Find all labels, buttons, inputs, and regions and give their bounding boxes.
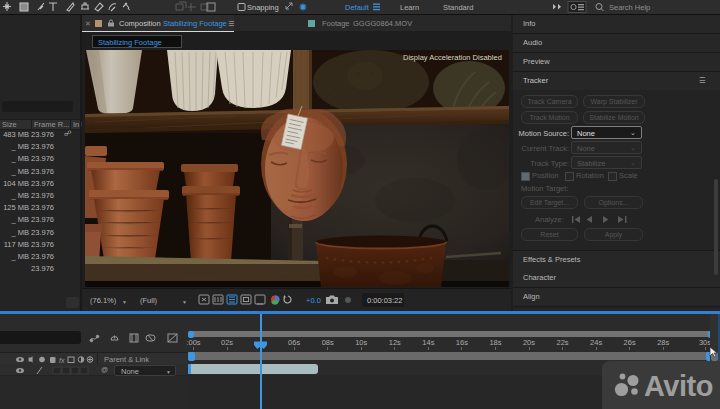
svg-text:Avito: Avito xyxy=(644,370,713,402)
svg-text:fx: fx xyxy=(59,356,65,363)
svg-text:+0.0: +0.0 xyxy=(306,296,321,305)
